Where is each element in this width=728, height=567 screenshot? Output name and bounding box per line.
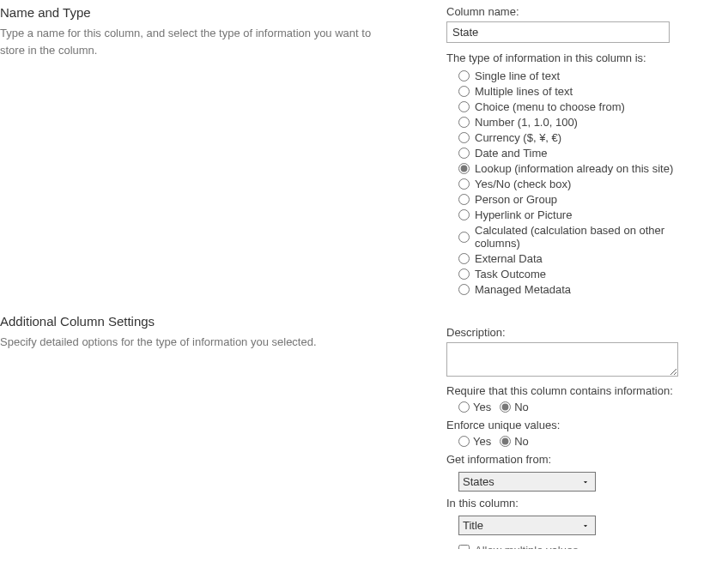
unique-no-label: No <box>514 435 529 448</box>
type-option-row: Yes/No (check box) <box>458 178 711 190</box>
type-radio[interactable] <box>458 132 470 143</box>
type-radio[interactable] <box>458 232 470 243</box>
require-no-label: No <box>514 401 529 413</box>
type-radio[interactable] <box>458 101 470 112</box>
type-option-row: External Data <box>458 252 711 265</box>
type-option-label: Lookup (information already on this site… <box>475 162 673 175</box>
type-option-row: Multiple lines of text <box>458 85 711 98</box>
type-option-label: External Data <box>475 252 543 265</box>
section-title-name-type: Name and Type <box>0 5 395 20</box>
type-option-row: Lookup (information already on this site… <box>458 162 711 175</box>
type-option-row: Calculated (calculation based on other c… <box>458 224 711 250</box>
unique-no-radio[interactable] <box>500 436 511 447</box>
type-radio[interactable] <box>458 284 470 295</box>
allow-multiple-label: Allow multiple values <box>475 544 579 549</box>
section-desc-name-type: Type a name for this column, and select … <box>0 25 395 58</box>
type-radio[interactable] <box>458 163 470 174</box>
type-radio[interactable] <box>458 268 470 280</box>
require-radio-group: Yes No <box>458 401 711 413</box>
type-option-row: Person or Group <box>458 193 711 206</box>
type-option-label: Hyperlink or Picture <box>475 208 572 221</box>
in-column-select[interactable]: Title <box>458 516 596 535</box>
type-option-label: Person or Group <box>475 193 557 206</box>
section-title-additional: Additional Column Settings <box>0 314 395 329</box>
type-option-label: Single line of text <box>475 69 560 82</box>
type-option-label: Task Outcome <box>475 268 546 280</box>
type-radio[interactable] <box>458 194 470 205</box>
section-desc-additional: Specify detailed options for the type of… <box>0 334 395 351</box>
unique-radio-group: Yes No <box>458 435 711 448</box>
section-additional-settings: Additional Column Settings Specify detai… <box>0 314 728 549</box>
type-option-label: Multiple lines of text <box>475 85 573 98</box>
type-radio[interactable] <box>458 70 470 81</box>
require-yes-label: Yes <box>473 401 491 413</box>
column-name-input[interactable] <box>446 21 670 43</box>
type-radio[interactable] <box>458 148 470 159</box>
type-option-row: Hyperlink or Picture <box>458 208 711 221</box>
type-radio[interactable] <box>458 86 470 97</box>
unique-yes-radio[interactable] <box>458 436 470 447</box>
unique-yes-label: Yes <box>473 435 491 448</box>
get-info-select[interactable]: States <box>458 472 596 492</box>
description-textarea[interactable] <box>446 342 678 377</box>
type-radio[interactable] <box>458 209 470 220</box>
type-radio-group: Single line of textMultiple lines of tex… <box>458 69 711 296</box>
type-radio[interactable] <box>458 117 470 128</box>
require-no-radio[interactable] <box>500 401 511 413</box>
require-yes-radio[interactable] <box>458 401 470 413</box>
section-name-type: Name and Type Type a name for this colum… <box>0 5 728 299</box>
type-option-label: Currency ($, ¥, €) <box>475 131 561 144</box>
type-option-row: Date and Time <box>458 147 711 160</box>
type-option-label: Date and Time <box>475 147 548 160</box>
type-option-row: Choice (menu to choose from) <box>458 100 711 113</box>
type-option-label: Number (1, 1.0, 100) <box>475 116 578 129</box>
column-name-label: Column name: <box>446 5 711 18</box>
require-label: Require that this column contains inform… <box>446 384 711 397</box>
type-option-row: Managed Metadata <box>458 283 711 296</box>
type-option-row: Task Outcome <box>458 268 711 280</box>
type-radio[interactable] <box>458 253 470 264</box>
type-option-row: Currency ($, ¥, €) <box>458 131 711 144</box>
type-option-label: Choice (menu to choose from) <box>475 100 625 113</box>
get-info-label: Get information from: <box>446 453 711 466</box>
unique-label: Enforce unique values: <box>446 419 711 431</box>
type-label: The type of information in this column i… <box>446 51 711 64</box>
type-option-row: Number (1, 1.0, 100) <box>458 116 711 129</box>
type-radio[interactable] <box>458 178 470 190</box>
type-option-row: Single line of text <box>458 69 711 82</box>
type-option-label: Calculated (calculation based on other c… <box>475 224 711 250</box>
type-option-label: Yes/No (check box) <box>475 178 571 190</box>
description-label: Description: <box>446 326 711 339</box>
allow-multiple-checkbox[interactable] <box>458 545 470 549</box>
type-option-label: Managed Metadata <box>475 283 571 296</box>
in-column-label: In this column: <box>446 497 711 510</box>
